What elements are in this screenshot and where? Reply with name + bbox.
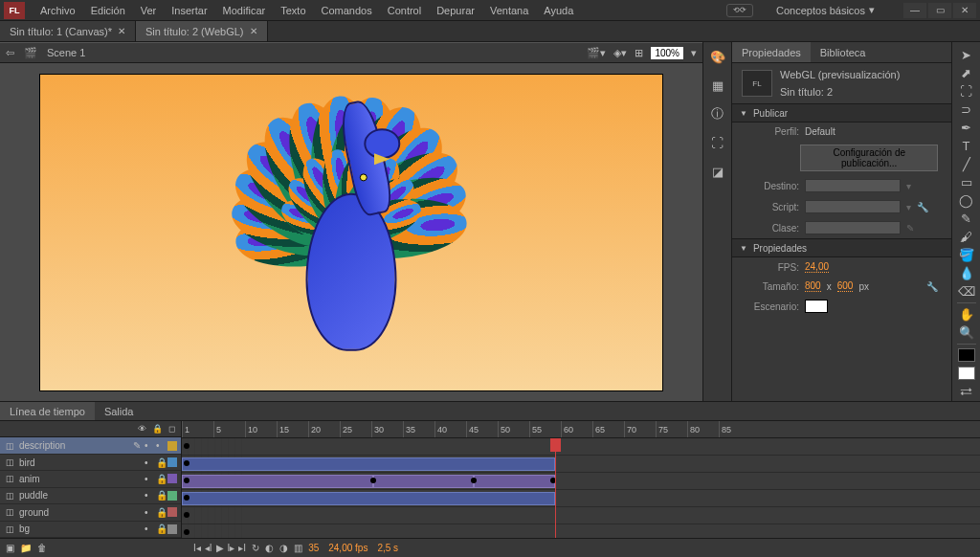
perfil-value[interactable]: Default <box>805 126 835 137</box>
layer-row[interactable]: ◫puddle•🔒 <box>0 488 181 504</box>
zoom-tool[interactable]: 🔍 <box>955 323 978 342</box>
tab-biblioteca[interactable]: Biblioteca <box>811 42 876 62</box>
color-icon[interactable]: ◪ <box>709 163 726 180</box>
layer-row[interactable]: ◫bg•🔒 <box>0 522 181 538</box>
subselection-tool[interactable]: ⬈ <box>955 64 978 82</box>
lock-icon[interactable]: 🔒 <box>152 424 163 434</box>
info-icon[interactable]: ⓘ <box>709 105 726 123</box>
brush-tool[interactable]: 🖌 <box>955 228 978 246</box>
tab-output[interactable]: Salida <box>95 402 144 420</box>
eyedropper-tool[interactable]: 💧 <box>955 264 978 282</box>
lasso-tool[interactable]: ⊃ <box>955 100 978 119</box>
rectangle-tool[interactable]: ▭ <box>955 173 978 191</box>
fps-readout[interactable]: 24,00 fps <box>328 543 368 553</box>
menu-comandos[interactable]: Comandos <box>314 0 380 21</box>
layer-row[interactable]: ◫bird•🔒 <box>0 455 181 471</box>
menu-modificar[interactable]: Modificar <box>215 0 274 21</box>
layer-row[interactable]: ◫anim•🔒 <box>0 471 181 487</box>
doc-tab-1[interactable]: Sin título: 1 (Canvas)*✕ <box>0 21 136 41</box>
frame-row[interactable] <box>182 456 980 473</box>
grid-icon[interactable]: ⊞ <box>635 47 643 59</box>
menu-ventana[interactable]: Ventana <box>482 0 536 21</box>
tab-propiedades[interactable]: Propiedades <box>732 42 811 62</box>
section-propiedades[interactable]: ▼Propiedades <box>732 238 951 257</box>
maximize-button[interactable]: ▭ <box>928 3 951 18</box>
stage-color-swatch[interactable] <box>805 300 828 313</box>
frame-row[interactable] <box>182 507 980 524</box>
hand-tool[interactable]: ✋ <box>955 305 978 323</box>
sync-icon[interactable]: ⟲⟳ <box>726 4 753 17</box>
wrench-icon[interactable]: 🔧 <box>926 281 938 292</box>
frames-area[interactable]: 1 5 10 15 20 25 30 35 40 45 50 55 60 65 … <box>182 421 980 538</box>
transform-icon[interactable]: ⛶ <box>709 134 726 151</box>
next-frame-button[interactable]: I▸ <box>228 543 235 553</box>
menu-control[interactable]: Control <box>380 0 429 21</box>
playhead[interactable] <box>555 438 556 538</box>
layer-row[interactable]: ◫ground•🔒 <box>0 504 181 521</box>
menu-ver[interactable]: Ver <box>133 0 165 21</box>
scene-name[interactable]: Scene 1 <box>47 47 85 58</box>
pencil-tool[interactable]: ✎ <box>955 210 978 228</box>
menu-edicion[interactable]: Edición <box>83 0 133 21</box>
doc-tab-2[interactable]: Sin título: 2 (WebGL)✕ <box>136 21 268 41</box>
layer-row[interactable]: ◫description✎•• <box>0 437 181 454</box>
tab-timeline[interactable]: Línea de tiempo <box>0 402 95 420</box>
paint-bucket-tool[interactable]: 🪣 <box>955 246 978 264</box>
close-icon[interactable]: ✕ <box>118 21 125 42</box>
text-tool[interactable]: T <box>955 137 978 155</box>
menu-archivo[interactable]: Archivo <box>33 0 83 21</box>
first-frame-button[interactable]: I◂ <box>193 543 201 553</box>
menu-insertar[interactable]: Insertar <box>164 0 214 21</box>
pen-tool[interactable]: ✒ <box>955 119 978 137</box>
edit-multiple-button[interactable]: ▥ <box>294 543 302 553</box>
onion-outline-button[interactable]: ◑ <box>279 543 288 553</box>
loop-button[interactable]: ↻ <box>252 543 259 553</box>
symbol-icon[interactable]: ◈▾ <box>613 47 627 59</box>
workspace-dropdown[interactable]: Conceptos básicos▾ <box>765 4 886 16</box>
menu-depurar[interactable]: Depurar <box>429 0 482 21</box>
fps-value[interactable]: 24,00 <box>805 261 829 273</box>
menu-ayuda[interactable]: Ayuda <box>536 0 581 21</box>
edit-scene-icon[interactable]: 🎬▾ <box>587 47 606 59</box>
new-layer-button[interactable]: ▣ <box>6 543 14 553</box>
lock-icon[interactable]: 🔒 <box>156 507 164 518</box>
free-transform-tool[interactable]: ⛶ <box>955 82 978 100</box>
zoom-field[interactable]: 100% <box>651 47 683 59</box>
last-frame-button[interactable]: ▸I <box>238 543 246 553</box>
minimize-button[interactable]: — <box>903 3 926 18</box>
line-tool[interactable]: ╱ <box>955 155 978 173</box>
frame-row[interactable] <box>182 490 980 507</box>
close-icon[interactable]: ✕ <box>250 21 257 42</box>
oval-tool[interactable]: ◯ <box>955 191 978 210</box>
stage-canvas[interactable] <box>40 75 662 390</box>
align-icon[interactable]: ▦ <box>709 77 726 94</box>
frame-row[interactable] <box>182 438 980 456</box>
menu-texto[interactable]: Texto <box>273 0 313 21</box>
frame-row[interactable] <box>182 524 980 538</box>
height-value[interactable]: 600 <box>837 280 854 292</box>
swap-color-icon[interactable]: ⮂ <box>955 383 978 401</box>
width-value[interactable]: 800 <box>805 280 821 292</box>
eraser-tool[interactable]: ⌫ <box>955 282 978 301</box>
prev-frame-button[interactable]: ◂I <box>205 543 212 553</box>
delete-layer-button[interactable]: 🗑 <box>37 543 47 553</box>
outline-icon[interactable]: ◻ <box>168 424 175 434</box>
close-button[interactable]: ✕ <box>953 3 976 18</box>
lock-icon[interactable]: 🔒 <box>156 490 164 501</box>
frame-ruler[interactable]: 1 5 10 15 20 25 30 35 40 45 50 55 60 65 … <box>182 421 980 438</box>
swatches-icon[interactable]: 🎨 <box>709 48 726 65</box>
section-publicar[interactable]: ▼Publicar <box>732 103 951 123</box>
lock-icon[interactable]: 🔒 <box>156 457 164 468</box>
stroke-swatch[interactable] <box>955 346 978 365</box>
selection-tool[interactable]: ➤ <box>955 46 978 64</box>
fill-swatch[interactable] <box>955 365 978 383</box>
eye-icon[interactable]: 👁 <box>138 424 146 434</box>
onion-skin-button[interactable]: ◐ <box>265 543 274 553</box>
lock-icon[interactable]: 🔒 <box>156 474 164 484</box>
frame-row[interactable] <box>182 473 980 490</box>
lock-icon[interactable]: 🔒 <box>156 524 164 534</box>
pub-config-button[interactable]: Configuración de publicación... <box>800 145 938 171</box>
play-button[interactable]: ▶ <box>216 543 224 553</box>
new-folder-button[interactable]: 📁 <box>20 543 32 553</box>
chevron-down-icon[interactable]: ▾ <box>691 47 697 59</box>
